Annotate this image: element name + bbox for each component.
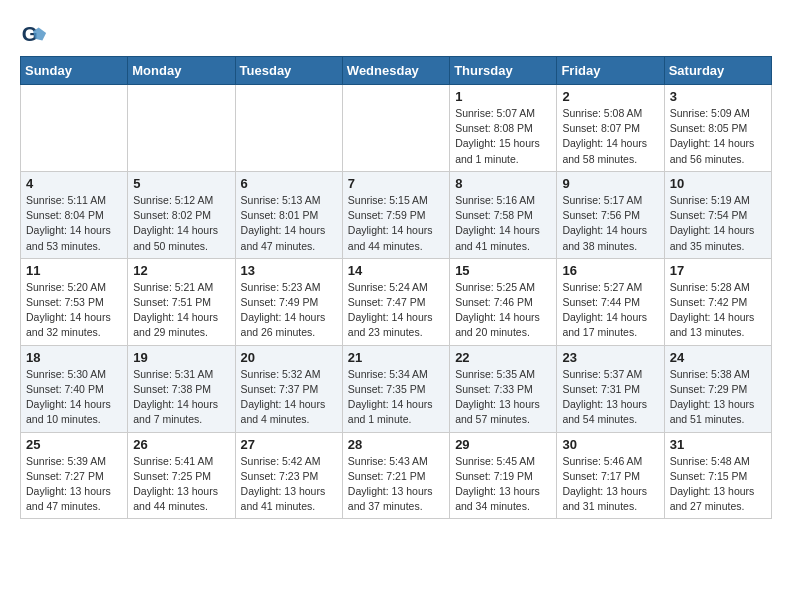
day-info: Sunrise: 5:42 AM Sunset: 7:23 PM Dayligh…	[241, 454, 337, 515]
calendar-cell: 18Sunrise: 5:30 AM Sunset: 7:40 PM Dayli…	[21, 345, 128, 432]
day-number: 8	[455, 176, 551, 191]
column-header-tuesday: Tuesday	[235, 57, 342, 85]
day-number: 9	[562, 176, 658, 191]
calendar-cell: 20Sunrise: 5:32 AM Sunset: 7:37 PM Dayli…	[235, 345, 342, 432]
calendar-cell: 15Sunrise: 5:25 AM Sunset: 7:46 PM Dayli…	[450, 258, 557, 345]
day-info: Sunrise: 5:46 AM Sunset: 7:17 PM Dayligh…	[562, 454, 658, 515]
column-header-sunday: Sunday	[21, 57, 128, 85]
day-info: Sunrise: 5:28 AM Sunset: 7:42 PM Dayligh…	[670, 280, 766, 341]
day-info: Sunrise: 5:43 AM Sunset: 7:21 PM Dayligh…	[348, 454, 444, 515]
calendar-cell: 13Sunrise: 5:23 AM Sunset: 7:49 PM Dayli…	[235, 258, 342, 345]
day-info: Sunrise: 5:21 AM Sunset: 7:51 PM Dayligh…	[133, 280, 229, 341]
day-info: Sunrise: 5:09 AM Sunset: 8:05 PM Dayligh…	[670, 106, 766, 167]
day-info: Sunrise: 5:15 AM Sunset: 7:59 PM Dayligh…	[348, 193, 444, 254]
calendar-cell: 4Sunrise: 5:11 AM Sunset: 8:04 PM Daylig…	[21, 171, 128, 258]
calendar-week-row: 4Sunrise: 5:11 AM Sunset: 8:04 PM Daylig…	[21, 171, 772, 258]
day-number: 2	[562, 89, 658, 104]
column-header-friday: Friday	[557, 57, 664, 85]
day-info: Sunrise: 5:12 AM Sunset: 8:02 PM Dayligh…	[133, 193, 229, 254]
day-info: Sunrise: 5:27 AM Sunset: 7:44 PM Dayligh…	[562, 280, 658, 341]
day-number: 28	[348, 437, 444, 452]
column-header-thursday: Thursday	[450, 57, 557, 85]
calendar-week-row: 18Sunrise: 5:30 AM Sunset: 7:40 PM Dayli…	[21, 345, 772, 432]
calendar-cell: 10Sunrise: 5:19 AM Sunset: 7:54 PM Dayli…	[664, 171, 771, 258]
day-info: Sunrise: 5:48 AM Sunset: 7:15 PM Dayligh…	[670, 454, 766, 515]
day-number: 13	[241, 263, 337, 278]
calendar-cell: 21Sunrise: 5:34 AM Sunset: 7:35 PM Dayli…	[342, 345, 449, 432]
calendar-cell: 14Sunrise: 5:24 AM Sunset: 7:47 PM Dayli…	[342, 258, 449, 345]
day-info: Sunrise: 5:37 AM Sunset: 7:31 PM Dayligh…	[562, 367, 658, 428]
day-info: Sunrise: 5:11 AM Sunset: 8:04 PM Dayligh…	[26, 193, 122, 254]
day-number: 26	[133, 437, 229, 452]
day-info: Sunrise: 5:41 AM Sunset: 7:25 PM Dayligh…	[133, 454, 229, 515]
day-number: 7	[348, 176, 444, 191]
calendar-week-row: 11Sunrise: 5:20 AM Sunset: 7:53 PM Dayli…	[21, 258, 772, 345]
day-number: 5	[133, 176, 229, 191]
day-number: 27	[241, 437, 337, 452]
calendar-cell	[21, 85, 128, 172]
day-number: 4	[26, 176, 122, 191]
day-number: 14	[348, 263, 444, 278]
day-number: 22	[455, 350, 551, 365]
day-info: Sunrise: 5:45 AM Sunset: 7:19 PM Dayligh…	[455, 454, 551, 515]
column-header-monday: Monday	[128, 57, 235, 85]
day-info: Sunrise: 5:17 AM Sunset: 7:56 PM Dayligh…	[562, 193, 658, 254]
day-info: Sunrise: 5:07 AM Sunset: 8:08 PM Dayligh…	[455, 106, 551, 167]
day-info: Sunrise: 5:08 AM Sunset: 8:07 PM Dayligh…	[562, 106, 658, 167]
day-info: Sunrise: 5:38 AM Sunset: 7:29 PM Dayligh…	[670, 367, 766, 428]
day-number: 19	[133, 350, 229, 365]
day-number: 11	[26, 263, 122, 278]
day-info: Sunrise: 5:39 AM Sunset: 7:27 PM Dayligh…	[26, 454, 122, 515]
day-number: 23	[562, 350, 658, 365]
column-header-saturday: Saturday	[664, 57, 771, 85]
page-header: G	[20, 20, 772, 48]
calendar-cell: 3Sunrise: 5:09 AM Sunset: 8:05 PM Daylig…	[664, 85, 771, 172]
calendar-cell: 8Sunrise: 5:16 AM Sunset: 7:58 PM Daylig…	[450, 171, 557, 258]
calendar-cell: 12Sunrise: 5:21 AM Sunset: 7:51 PM Dayli…	[128, 258, 235, 345]
calendar-cell: 28Sunrise: 5:43 AM Sunset: 7:21 PM Dayli…	[342, 432, 449, 519]
day-number: 1	[455, 89, 551, 104]
calendar-cell	[128, 85, 235, 172]
day-info: Sunrise: 5:23 AM Sunset: 7:49 PM Dayligh…	[241, 280, 337, 341]
calendar-cell: 1Sunrise: 5:07 AM Sunset: 8:08 PM Daylig…	[450, 85, 557, 172]
day-info: Sunrise: 5:19 AM Sunset: 7:54 PM Dayligh…	[670, 193, 766, 254]
calendar-cell: 16Sunrise: 5:27 AM Sunset: 7:44 PM Dayli…	[557, 258, 664, 345]
calendar-cell: 19Sunrise: 5:31 AM Sunset: 7:38 PM Dayli…	[128, 345, 235, 432]
calendar-cell: 6Sunrise: 5:13 AM Sunset: 8:01 PM Daylig…	[235, 171, 342, 258]
calendar-cell: 29Sunrise: 5:45 AM Sunset: 7:19 PM Dayli…	[450, 432, 557, 519]
logo-icon: G	[20, 20, 48, 48]
day-info: Sunrise: 5:31 AM Sunset: 7:38 PM Dayligh…	[133, 367, 229, 428]
calendar-cell: 7Sunrise: 5:15 AM Sunset: 7:59 PM Daylig…	[342, 171, 449, 258]
day-number: 20	[241, 350, 337, 365]
calendar-cell: 5Sunrise: 5:12 AM Sunset: 8:02 PM Daylig…	[128, 171, 235, 258]
calendar-cell: 17Sunrise: 5:28 AM Sunset: 7:42 PM Dayli…	[664, 258, 771, 345]
day-info: Sunrise: 5:34 AM Sunset: 7:35 PM Dayligh…	[348, 367, 444, 428]
day-number: 12	[133, 263, 229, 278]
calendar-cell: 2Sunrise: 5:08 AM Sunset: 8:07 PM Daylig…	[557, 85, 664, 172]
day-number: 31	[670, 437, 766, 452]
calendar-cell	[235, 85, 342, 172]
day-info: Sunrise: 5:32 AM Sunset: 7:37 PM Dayligh…	[241, 367, 337, 428]
day-info: Sunrise: 5:25 AM Sunset: 7:46 PM Dayligh…	[455, 280, 551, 341]
calendar-cell: 26Sunrise: 5:41 AM Sunset: 7:25 PM Dayli…	[128, 432, 235, 519]
day-info: Sunrise: 5:16 AM Sunset: 7:58 PM Dayligh…	[455, 193, 551, 254]
calendar-cell	[342, 85, 449, 172]
day-number: 29	[455, 437, 551, 452]
calendar-cell: 24Sunrise: 5:38 AM Sunset: 7:29 PM Dayli…	[664, 345, 771, 432]
day-number: 25	[26, 437, 122, 452]
day-number: 18	[26, 350, 122, 365]
day-info: Sunrise: 5:30 AM Sunset: 7:40 PM Dayligh…	[26, 367, 122, 428]
day-info: Sunrise: 5:20 AM Sunset: 7:53 PM Dayligh…	[26, 280, 122, 341]
day-number: 30	[562, 437, 658, 452]
logo: G	[20, 20, 52, 48]
calendar-week-row: 1Sunrise: 5:07 AM Sunset: 8:08 PM Daylig…	[21, 85, 772, 172]
calendar-cell: 23Sunrise: 5:37 AM Sunset: 7:31 PM Dayli…	[557, 345, 664, 432]
day-number: 21	[348, 350, 444, 365]
day-number: 17	[670, 263, 766, 278]
calendar-week-row: 25Sunrise: 5:39 AM Sunset: 7:27 PM Dayli…	[21, 432, 772, 519]
calendar-cell: 30Sunrise: 5:46 AM Sunset: 7:17 PM Dayli…	[557, 432, 664, 519]
column-header-wednesday: Wednesday	[342, 57, 449, 85]
calendar-table: SundayMondayTuesdayWednesdayThursdayFrid…	[20, 56, 772, 519]
day-number: 16	[562, 263, 658, 278]
calendar-cell: 22Sunrise: 5:35 AM Sunset: 7:33 PM Dayli…	[450, 345, 557, 432]
